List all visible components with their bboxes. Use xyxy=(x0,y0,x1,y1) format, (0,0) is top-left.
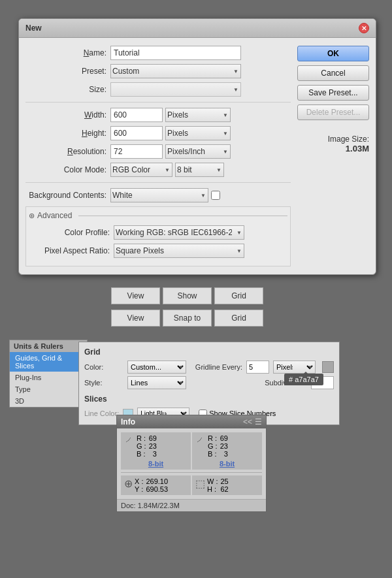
preset-select[interactable]: Custom xyxy=(110,64,241,78)
bg-contents-label: Background Contents: xyxy=(25,191,110,200)
pixel-aspect-row: Pixel Aspect Ratio: Square Pixels xyxy=(29,244,287,258)
info-wh-cell: ⬚ W : 25 H : 62 xyxy=(192,475,262,495)
color-mode-select[interactable]: RGB Color xyxy=(110,163,172,177)
image-size-label: Image Size: xyxy=(328,135,369,144)
grid-color-select[interactable]: Custom... xyxy=(127,361,186,374)
height-unit-select[interactable]: Pixels xyxy=(165,126,231,140)
bit-depth-wrapper: 8 bit xyxy=(175,163,224,177)
image-size-value: 1.03M xyxy=(297,144,369,153)
size-row: Size: xyxy=(25,82,291,97)
preset-row: Preset: Custom xyxy=(25,64,291,78)
info-right-color: ⟋ R : 69 G : 23 B : 3 xyxy=(192,432,262,470)
eyedropper-left-icon: ⟋ xyxy=(124,434,133,445)
info-collapse-icon[interactable]: << xyxy=(243,417,252,426)
h-value: 62 xyxy=(221,485,229,493)
color-mode-row: Color Mode: RGB Color 8 bit xyxy=(25,163,291,177)
color-profile-label: Color Profile: xyxy=(29,228,114,237)
left-bit-depth[interactable]: 8-bit xyxy=(124,460,188,468)
name-input[interactable] xyxy=(110,46,241,60)
delete-preset-button[interactable]: Delete Preset... xyxy=(297,104,369,120)
gridline-label: Gridline Every: xyxy=(195,363,242,371)
name-label: Name: xyxy=(25,48,110,57)
grid-color-wrapper: Custom... xyxy=(127,361,186,374)
pixel-aspect-select[interactable]: Square Pixels xyxy=(114,244,244,258)
left-r-row: R : 69 xyxy=(137,434,157,442)
info-divider xyxy=(121,472,262,473)
left-b-row: B : 3 xyxy=(137,450,157,458)
height-label: Height: xyxy=(25,129,110,138)
color-profile-select[interactable]: Working RGB: sRGB IEC61966-2.1 xyxy=(114,225,244,240)
advanced-arrow-icon[interactable]: ⊛ xyxy=(29,212,35,220)
width-unit-select[interactable]: Pixels xyxy=(165,108,231,122)
snap-to-button[interactable]: Snap to xyxy=(163,310,212,327)
w-value: 25 xyxy=(221,477,229,485)
crosshair-icon: ⊕ xyxy=(124,477,133,490)
view-button-1[interactable]: View xyxy=(111,287,160,304)
close-button[interactable]: ✕ xyxy=(359,23,369,33)
gridline-unit-select[interactable]: Pixels xyxy=(273,361,316,374)
bg-checkbox[interactable] xyxy=(211,191,220,200)
y-label: Y : xyxy=(135,485,143,493)
resolution-label: Resolution: xyxy=(25,147,110,156)
cancel-button[interactable]: Cancel xyxy=(297,65,369,81)
pixel-aspect-label: Pixel Aspect Ratio: xyxy=(29,246,114,255)
gridline-input[interactable] xyxy=(246,361,269,374)
grid-style-label: Style: xyxy=(84,379,123,387)
dialog-title: New xyxy=(25,24,42,33)
x-row: X : 269.10 xyxy=(135,477,168,485)
resolution-input[interactable] xyxy=(110,144,163,159)
left-b-value: 3 xyxy=(153,450,157,458)
right-r-value: 69 xyxy=(220,434,228,442)
left-g-row: G : 23 xyxy=(137,442,157,450)
height-input[interactable] xyxy=(110,126,163,140)
preset-label: Preset: xyxy=(25,67,110,76)
color-profile-wrapper: Working RGB: sRGB IEC61966-2.1 xyxy=(114,225,244,240)
left-g-label: G : xyxy=(137,442,146,450)
x-label: X : xyxy=(135,477,143,485)
btn-row-1: View Show Grid xyxy=(111,287,263,304)
dialog-titlebar: New ✕ xyxy=(19,19,376,38)
width-input[interactable] xyxy=(110,108,163,122)
dialog-left: Name: Preset: Custom Size: xyxy=(25,46,291,266)
right-bit-depth[interactable]: 8-bit xyxy=(195,460,259,468)
info-title: Info xyxy=(121,417,135,426)
prefs-item-type[interactable]: Type xyxy=(10,383,87,395)
height-unit-wrapper: Pixels xyxy=(165,126,231,140)
dialog-body: Name: Preset: Custom Size: xyxy=(19,38,376,274)
right-g-label: G : xyxy=(208,442,218,450)
grid-style-select[interactable]: Lines xyxy=(127,376,186,389)
line-color-label: Line Color: xyxy=(84,409,119,417)
size-label: Size: xyxy=(25,85,110,94)
color-mode-wrapper: RGB Color xyxy=(110,163,172,177)
divider1 xyxy=(25,102,291,103)
info-xy-cell: ⊕ X : 269.10 Y : 690.53 xyxy=(121,475,191,495)
prefs-item-3d[interactable]: 3D xyxy=(10,395,87,407)
color-profile-row: Color Profile: Working RGB: sRGB IEC6196… xyxy=(29,225,287,240)
save-preset-button[interactable]: Save Preset... xyxy=(297,85,369,101)
prefs-item-plugins[interactable]: Plug-Ins xyxy=(10,372,87,383)
x-value: 269.10 xyxy=(146,477,168,485)
left-r-label: R : xyxy=(137,434,146,442)
info-titlebar: Info << ☰ xyxy=(117,415,266,428)
size-select[interactable] xyxy=(110,82,241,97)
wh-values: W : 25 H : 62 xyxy=(207,477,229,493)
left-color-values: R : 69 G : 23 B : 3 xyxy=(137,434,157,458)
info-menu-icon[interactable]: ☰ xyxy=(255,417,262,426)
show-button[interactable]: Show xyxy=(163,287,212,304)
pixel-aspect-wrapper: Square Pixels xyxy=(114,244,244,258)
color-swatch[interactable] xyxy=(322,361,334,373)
width-label: Width: xyxy=(25,110,110,120)
y-row: Y : 690.53 xyxy=(135,485,168,493)
prefs-item-guides[interactable]: Guides, Grid & Slices xyxy=(10,352,87,372)
info-left-color: ⟋ R : 69 G : 23 B : 3 xyxy=(121,432,191,470)
ok-button[interactable]: OK xyxy=(297,46,369,61)
right-color-values: R : 69 G : 23 B : 3 xyxy=(208,434,228,458)
view-button-2[interactable]: View xyxy=(111,310,160,327)
resolution-unit-select[interactable]: Pixels/Inch xyxy=(165,144,231,159)
size-wrapper xyxy=(110,82,241,97)
grid-button-2[interactable]: Grid xyxy=(214,310,263,327)
grid-button-1[interactable]: Grid xyxy=(214,287,263,304)
bg-contents-select[interactable]: White xyxy=(110,188,208,202)
bit-depth-select[interactable]: 8 bit xyxy=(175,163,224,177)
grid-style-wrapper: Lines xyxy=(127,376,186,389)
